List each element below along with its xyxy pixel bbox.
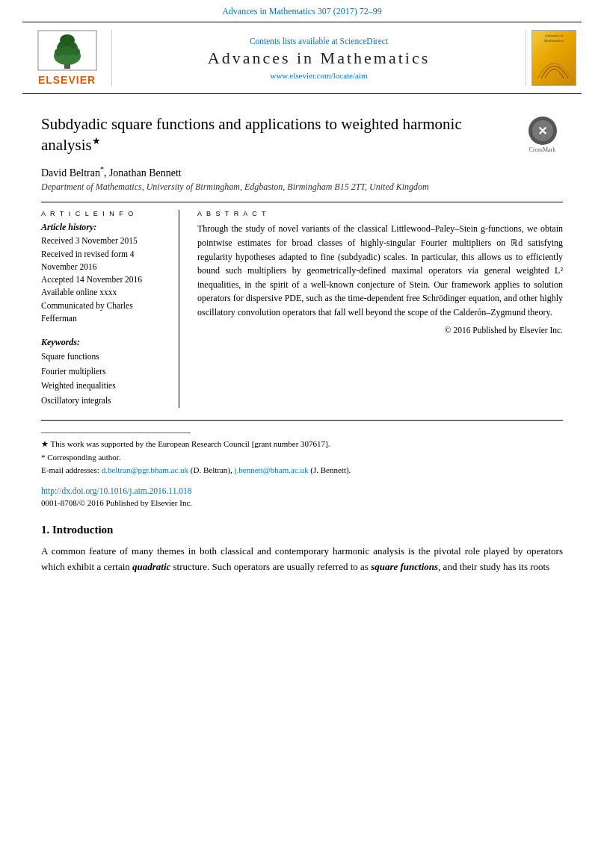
copyright-line: © 2016 Published by Elsevier Inc. [197, 326, 563, 335]
elsevier-logo: ELSEVIER [22, 30, 112, 86]
page-wrapper: Advances in Mathematics 307 (2017) 72–99… [0, 0, 604, 868]
crossmark-icon: ✕ [528, 117, 557, 145]
email-label: E-mail addresses: [41, 465, 99, 474]
introduction-section: 1. Introduction A common feature of many… [41, 524, 563, 575]
keywords-list: Square functions Fourier multipliers Wei… [41, 350, 168, 408]
crossmark-badge[interactable]: ✕ CrossMark [522, 114, 563, 153]
authors-line: David Beltran*, Jonathan Bennett [41, 165, 563, 179]
article-info-col: A R T I C L E I N F O Article history: R… [41, 210, 179, 408]
received-date-1: Received 3 November 2015 [41, 235, 168, 247]
intro-paragraph: A common feature of many themes in both … [41, 544, 563, 575]
abstract-text: Through the study of novel variants of t… [197, 222, 563, 319]
square-functions-term: square functions [371, 561, 438, 572]
journal-title: Advances in Mathematics [208, 49, 431, 68]
svg-point-4 [55, 49, 62, 56]
email1-owner: (D. Beltran), [191, 465, 232, 474]
cover-text: Advances inMathematics [544, 34, 564, 43]
title-text: Subdyadic square functions and applicati… [41, 115, 462, 154]
email2-owner: (J. Bennett). [310, 465, 351, 474]
email2-link[interactable]: j.bennett@bham.ac.uk [235, 465, 309, 474]
footnote-rule [41, 433, 191, 433]
article-title: Subdyadic square functions and applicati… [41, 114, 514, 156]
author-separator: , [104, 167, 109, 178]
author-beltran: David Beltran [41, 167, 100, 178]
divider-2 [41, 420, 563, 421]
cover-thumbnail: Advances inMathematics [531, 30, 576, 86]
sciencedirect-link[interactable]: ScienceDirect [340, 37, 389, 46]
issn-line: 0001-8708/© 2016 Published by Elsevier I… [41, 498, 563, 507]
main-content: Subdyadic square functions and applicati… [0, 94, 604, 590]
journal-link[interactable]: Advances in Mathematics 307 (2017) 72–99 [222, 6, 382, 16]
svg-point-6 [58, 42, 64, 48]
journal-header-center: Contents lists available at ScienceDirec… [112, 30, 526, 86]
keyword-2: Fourier multipliers [41, 365, 168, 379]
footnote-star: ★ This work was supported by the Europea… [41, 438, 563, 451]
article-title-section: Subdyadic square functions and applicati… [41, 114, 563, 156]
footnote-email-line: E-mail addresses: d.beltran@pgr.bham.ac.… [41, 464, 563, 477]
intro-title-text: Introduction [52, 524, 113, 536]
cover-art [534, 45, 574, 82]
received-revised: Received in revised form 4 November 2016 [41, 248, 168, 274]
journal-url[interactable]: www.elsevier.com/locate/aim [270, 71, 367, 80]
divider-1 [41, 202, 563, 202]
tree-icon [37, 30, 97, 71]
doi-section: http://dx.doi.org/10.1016/j.aim.2016.11.… [41, 485, 563, 507]
intro-title: 1. Introduction [41, 524, 563, 536]
email1-link[interactable]: d.beltran@pgr.bham.ac.uk [102, 465, 188, 474]
communicated-by: Communicated by Charles Fefferman [41, 300, 168, 326]
top-journal-link: Advances in Mathematics 307 (2017) 72–99 [0, 0, 604, 22]
title-star: ★ [92, 135, 101, 146]
footnotes-section: ★ This work was supported by the Europea… [41, 433, 563, 477]
article-info-heading: A R T I C L E I N F O [41, 210, 168, 217]
doi-link[interactable]: http://dx.doi.org/10.1016/j.aim.2016.11.… [41, 486, 192, 495]
quadratic-term: quadratic [132, 561, 170, 572]
accepted-date: Accepted 14 November 2016 [41, 273, 168, 286]
article-history-label: Article history: [41, 222, 168, 233]
abstract-col: A B S T R A C T Through the study of nov… [197, 210, 563, 408]
elsevier-brand-text: ELSEVIER [38, 74, 96, 86]
keywords-label: Keywords: [41, 337, 168, 348]
keyword-4: Oscillatory integrals [41, 394, 168, 409]
two-col-section: A R T I C L E I N F O Article history: R… [41, 210, 563, 408]
footnote-corresponding: * Corresponding author. [41, 451, 563, 465]
crossmark-label: CrossMark [529, 146, 556, 153]
affiliation: Department of Mathematics, University of… [41, 182, 563, 193]
keyword-3: Weighted inequalities [41, 379, 168, 394]
abstract-paragraph: Through the study of novel variants of t… [197, 222, 563, 319]
journal-cover: Advances inMathematics [526, 30, 582, 86]
available-online: Available online xxxx [41, 286, 168, 299]
section-number: 1. [41, 524, 49, 536]
abstract-heading: A B S T R A C T [197, 210, 563, 217]
header-band: ELSEVIER Contents lists available at Sci… [22, 22, 582, 94]
contents-prefix: Contents lists available at [250, 37, 338, 46]
contents-available-line: Contents lists available at ScienceDirec… [250, 37, 388, 46]
author-bennett: Jonathan Bennett [109, 167, 182, 178]
svg-point-5 [73, 48, 80, 55]
keyword-1: Square functions [41, 350, 168, 365]
crossmark-inner: ✕ [532, 120, 553, 141]
svg-point-7 [70, 43, 76, 49]
